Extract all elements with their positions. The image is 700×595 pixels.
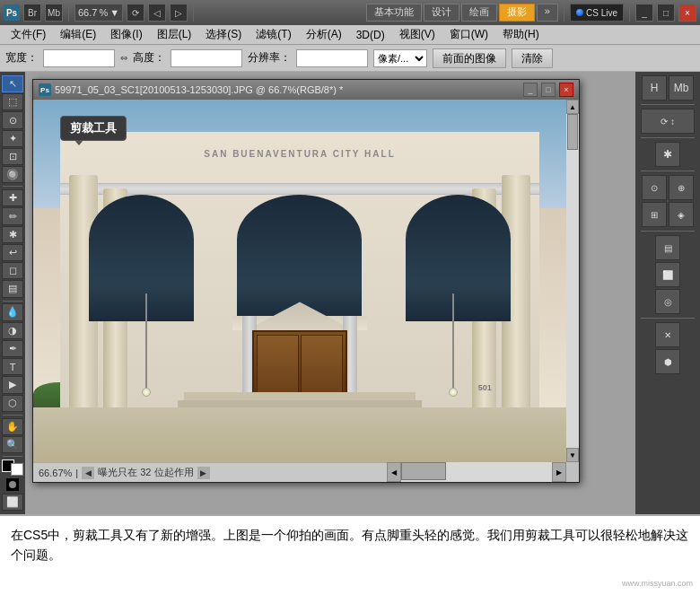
- right-tool-adjust[interactable]: ◎: [655, 289, 680, 314]
- scroll-left-button[interactable]: ◀: [387, 462, 401, 482]
- history-brush-tool[interactable]: ↩: [2, 244, 23, 261]
- resolution-input[interactable]: [296, 49, 368, 67]
- workspace-tab-paint[interactable]: 绘画: [461, 4, 497, 22]
- next-icon[interactable]: ▷: [170, 4, 188, 22]
- menu-layer[interactable]: 图层(L): [150, 25, 199, 44]
- document-title: 59971_05_03_SC1[20100513-1253030].JPG @ …: [55, 84, 520, 95]
- status-prev-button[interactable]: ◀: [82, 467, 94, 479]
- doc-ps-icon: Ps: [39, 83, 51, 96]
- blur-tool[interactable]: 💧: [2, 303, 23, 320]
- eyedropper-tool[interactable]: 🔘: [2, 166, 23, 183]
- clear-button[interactable]: 清除: [512, 48, 553, 68]
- text-tool[interactable]: T: [2, 358, 23, 375]
- workspace-tab-photo[interactable]: 摄影: [499, 4, 535, 22]
- right-tool-x[interactable]: ✕: [655, 322, 680, 347]
- scroll-thumb-h[interactable]: [401, 462, 446, 480]
- right-tool-grid[interactable]: ⊞: [642, 202, 667, 227]
- lasso-tool[interactable]: ⊙: [2, 111, 23, 128]
- doc-bottom: 66.67% | ◀ 曝光只在 32 位起作用 ▶ ◀ ▶: [33, 462, 579, 482]
- scroll-down-button[interactable]: ▼: [566, 448, 579, 462]
- eraser-tool[interactable]: ◻: [2, 262, 23, 279]
- brush-tool[interactable]: ✏: [2, 207, 23, 224]
- menu-help[interactable]: 帮助(H): [495, 25, 547, 44]
- menu-view[interactable]: 视图(V): [392, 25, 442, 44]
- width-input[interactable]: [43, 49, 115, 67]
- swap-arrow-icon: ⇔: [120, 53, 127, 63]
- gradient-tool[interactable]: ▤: [2, 280, 23, 297]
- zoom-tool[interactable]: 🔍: [2, 436, 23, 453]
- width-label: 宽度：: [5, 50, 38, 66]
- scroll-track-h[interactable]: [401, 462, 552, 482]
- background-color[interactable]: [11, 463, 23, 476]
- scroll-right-button[interactable]: ▶: [552, 462, 566, 482]
- workspace-tab-basic[interactable]: 基本功能: [366, 4, 422, 22]
- right-panel-row2: ⊙ ⊕: [642, 175, 694, 200]
- path-select-tool[interactable]: ▶: [2, 376, 23, 393]
- document-window: Ps 59971_05_03_SC1[20100513-1253030].JPG…: [32, 79, 580, 483]
- maximize-button[interactable]: □: [657, 4, 675, 22]
- zoom-value: 66.7: [78, 7, 97, 18]
- scroll-thumb-v[interactable]: [567, 114, 578, 150]
- cs-live-button[interactable]: CS Live: [570, 4, 624, 22]
- menu-3d[interactable]: 3D(D): [349, 27, 392, 43]
- vertical-scrollbar[interactable]: ▲ ▼: [566, 100, 579, 462]
- doc-canvas[interactable]: SAN BUENAVENTURA CITY HALL: [33, 100, 566, 462]
- doc-minimize-button[interactable]: _: [523, 83, 538, 97]
- document-titlebar: Ps 59971_05_03_SC1[20100513-1253030].JPG…: [33, 80, 579, 100]
- front-image-button[interactable]: 前面的图像: [433, 48, 506, 68]
- right-tool-shape[interactable]: ⬢: [655, 349, 680, 374]
- right-tool-3d-pan[interactable]: ⊕: [669, 175, 694, 200]
- mini-bridge-icon[interactable]: Mb: [45, 4, 63, 22]
- menu-analysis[interactable]: 分析(A): [299, 25, 349, 44]
- shape-tool[interactable]: ⬡: [2, 395, 23, 412]
- move-tool[interactable]: ↖: [2, 75, 23, 92]
- quick-select-tool[interactable]: ✦: [2, 130, 23, 147]
- zoom-dropdown[interactable]: 66.7 % ▼: [74, 4, 123, 22]
- unit-select[interactable]: 像素/...: [373, 49, 427, 67]
- prev-icon[interactable]: ◁: [148, 4, 166, 22]
- workspace-tab-design[interactable]: 设计: [424, 4, 459, 22]
- doc-maximize-button[interactable]: □: [541, 83, 556, 97]
- right-tool-3d-rotate[interactable]: ⊙: [642, 175, 667, 200]
- right-tool-layers[interactable]: ⬜: [655, 262, 680, 287]
- horizontal-scrollbar[interactable]: ◀ ▶: [387, 462, 566, 482]
- menu-file[interactable]: 文件(F): [4, 25, 53, 44]
- hand-tool[interactable]: ✋: [2, 418, 23, 435]
- dodge-tool[interactable]: ◑: [2, 322, 23, 339]
- status-next-button[interactable]: ▶: [197, 467, 210, 479]
- menu-window[interactable]: 窗口(W): [442, 25, 495, 44]
- quick-mask-icon[interactable]: [6, 478, 19, 491]
- crop-tool[interactable]: ⊡: [2, 148, 23, 165]
- right-tool-rotate[interactable]: ⟳ ↕: [641, 109, 695, 134]
- right-tool-mb[interactable]: Mb: [669, 75, 694, 101]
- right-tool-home[interactable]: H: [642, 75, 667, 101]
- menu-select[interactable]: 选择(S): [198, 25, 249, 44]
- minimize-button[interactable]: _: [635, 4, 653, 22]
- right-tool-histogram[interactable]: ▤: [655, 235, 680, 260]
- scroll-up-button[interactable]: ▲: [566, 100, 579, 114]
- right-separator4: [641, 231, 695, 232]
- rotate-icon[interactable]: ⟳: [127, 4, 144, 22]
- workspace-more[interactable]: »: [537, 4, 558, 22]
- building-name-text: SAN BUENAVENTURA CITY HALL: [60, 149, 540, 159]
- healing-tool[interactable]: ✚: [2, 189, 23, 206]
- building-image: SAN BUENAVENTURA CITY HALL: [33, 100, 566, 462]
- marquee-tool[interactable]: ⬚: [2, 93, 23, 110]
- clone-tool[interactable]: ✱: [2, 226, 23, 243]
- separator3: [564, 4, 564, 22]
- doc-close-button[interactable]: ×: [559, 83, 573, 97]
- close-button[interactable]: ×: [678, 4, 696, 22]
- right-tool-settings[interactable]: ◈: [669, 202, 694, 227]
- height-input[interactable]: [171, 49, 242, 67]
- menu-filter[interactable]: 滤镜(T): [249, 25, 298, 44]
- menu-edit[interactable]: 编辑(E): [53, 25, 103, 44]
- scroll-track-v[interactable]: [566, 114, 579, 448]
- resolution-label: 分辨率：: [248, 50, 291, 66]
- bridge-icon[interactable]: Br: [23, 4, 41, 22]
- status-separator: |: [75, 468, 78, 478]
- status-text: 曝光只在 32 位起作用: [98, 466, 193, 479]
- pen-tool[interactable]: ✒: [2, 340, 23, 357]
- menu-image[interactable]: 图像(I): [103, 25, 149, 44]
- right-tool-compass[interactable]: ✱: [655, 142, 680, 167]
- screen-mode-button[interactable]: ⬜: [2, 494, 23, 511]
